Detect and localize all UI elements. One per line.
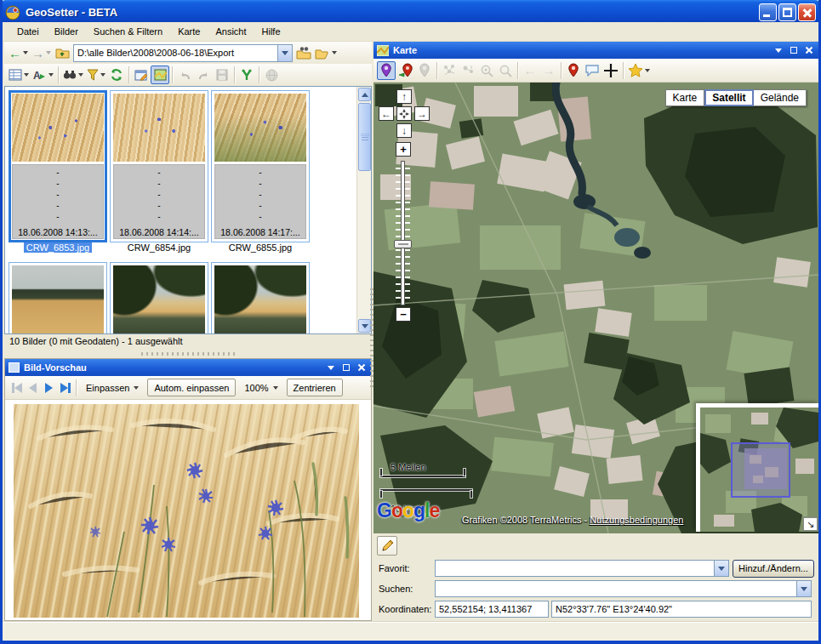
scroll-down-button[interactable]: [358, 319, 371, 333]
menu-datei[interactable]: Datei: [9, 24, 47, 39]
terms-link[interactable]: Nutzungsbedingungen: [590, 515, 683, 525]
zoom-dropdown[interactable]: 100%: [239, 379, 282, 396]
forward-button[interactable]: →: [30, 43, 53, 62]
folder-up-button[interactable]: [53, 43, 71, 62]
crosshair-button[interactable]: [601, 61, 620, 80]
pan-center-button[interactable]: [396, 106, 412, 121]
thumbnail-cell-6[interactable]: [211, 262, 310, 334]
overview-viewport-rect[interactable]: [731, 442, 790, 498]
assign-position-button[interactable]: [396, 61, 415, 80]
map-type-satellit[interactable]: Satellit: [704, 89, 753, 106]
browse-folder-button[interactable]: [294, 43, 313, 62]
thumbnail-cell-1[interactable]: - - - - - 18.06.2008 14:13:...: [9, 90, 107, 242]
close-button[interactable]: [798, 3, 816, 21]
overview-map-inset[interactable]: ↘: [696, 403, 818, 532]
auto-fit-button[interactable]: Autom. einpassen: [147, 379, 236, 396]
favorit-combobox[interactable]: [435, 560, 729, 577]
menu-ansicht[interactable]: Ansicht: [208, 24, 254, 39]
thumbnail-cell-5[interactable]: [110, 262, 208, 334]
show-position-button[interactable]: [377, 61, 396, 80]
next-position-button[interactable]: →: [539, 61, 558, 80]
horizontal-splitter[interactable]: [4, 350, 372, 358]
thumbnail-filename-3[interactable]: CRW_6855.jpg: [211, 242, 310, 254]
previous-position-button[interactable]: ←: [521, 61, 539, 80]
zoom-to-selection-button[interactable]: [496, 61, 515, 80]
preview-maximize-button[interactable]: [339, 362, 352, 373]
export-button[interactable]: A: [31, 66, 55, 84]
thumbnail-filename-2[interactable]: CRW_6854.jpg: [110, 242, 208, 254]
preview-menu-button[interactable]: [324, 362, 337, 373]
zoom-in-button[interactable]: +: [396, 142, 411, 157]
minimize-button[interactable]: [759, 3, 777, 21]
fit-dropdown[interactable]: Einpassen: [81, 379, 144, 396]
coordinates-dms-field[interactable]: N52°33'7.76" E13°24'40.92": [551, 601, 812, 618]
search-button[interactable]: [61, 66, 85, 84]
image-browser[interactable]: - - - - - 18.06.2008 14:13:... - - - - -…: [4, 86, 372, 334]
center-button[interactable]: Zentrieren: [287, 379, 343, 396]
menu-bilder[interactable]: Bilder: [47, 24, 86, 39]
google-earth-button[interactable]: [262, 66, 281, 84]
redo-button[interactable]: [194, 66, 213, 84]
pan-up-button[interactable]: ↑: [396, 89, 412, 104]
inset-collapse-button[interactable]: ↘: [803, 517, 818, 531]
view-mode-button[interactable]: [7, 66, 31, 84]
zoom-slider-handle[interactable]: [394, 240, 412, 248]
assign-selected-images-button[interactable]: [459, 61, 477, 80]
favorit-dropdown-button[interactable]: [714, 561, 728, 576]
tracks-button[interactable]: [237, 66, 256, 84]
map-menu-button[interactable]: [772, 44, 784, 56]
thumbnail-filename-1[interactable]: CRW_6853.jpg: [9, 242, 107, 254]
coordinates-decimal-field[interactable]: 52,552154; 13,411367: [435, 601, 549, 618]
first-image-button[interactable]: [9, 379, 25, 396]
map-type-karte[interactable]: Karte: [665, 89, 705, 106]
remove-position-button[interactable]: [415, 61, 434, 80]
favorites-button[interactable]: [626, 61, 652, 80]
preview-close-button[interactable]: [355, 362, 368, 373]
suchen-dropdown-button[interactable]: [796, 581, 811, 596]
menu-suchen-filtern[interactable]: Suchen & Filtern: [86, 24, 170, 39]
map-type-gelaende[interactable]: Gelände: [754, 89, 807, 106]
last-image-button[interactable]: [57, 379, 73, 396]
maximize-button[interactable]: [778, 3, 796, 21]
preview-panel-header[interactable]: Bild-Vorschau: [5, 359, 371, 376]
assign-all-images-button[interactable]: [440, 61, 459, 80]
edit-favorite-button[interactable]: [377, 536, 397, 556]
undo-button[interactable]: [175, 66, 194, 84]
previous-image-button[interactable]: [25, 379, 41, 396]
refresh-button[interactable]: [107, 66, 126, 84]
scroll-up-button[interactable]: [358, 88, 371, 101]
map-close-button[interactable]: [802, 44, 815, 56]
save-button[interactable]: [213, 66, 231, 84]
titlebar[interactable]: GeoSetter - BETA: [0, 0, 821, 25]
comment-button[interactable]: [583, 61, 601, 80]
map-panel-header[interactable]: Karte: [373, 42, 818, 59]
map-canvas[interactable]: ↑ ← → ↓ + −: [373, 83, 818, 533]
pan-down-button[interactable]: ↓: [396, 123, 412, 138]
map-maximize-button[interactable]: [787, 44, 800, 56]
thumbnail-cell-4[interactable]: [9, 262, 107, 334]
suchen-combobox[interactable]: [435, 580, 812, 597]
menu-hilfe[interactable]: Hilfe: [254, 24, 288, 39]
path-combobox[interactable]: D:\alle Bilder\2008\2008-06-18\Export: [73, 44, 293, 62]
path-dropdown-button[interactable]: [277, 45, 292, 61]
preview-image[interactable]: [14, 404, 359, 618]
thumbnail-cell-2[interactable]: - - - - - 18.06.2008 14:14:...: [110, 90, 208, 242]
pan-right-button[interactable]: →: [414, 106, 430, 121]
menu-karte[interactable]: Karte: [170, 24, 208, 39]
pan-left-button[interactable]: ←: [379, 106, 394, 121]
toggle-map-button[interactable]: [151, 66, 169, 84]
zoom-to-markers-button[interactable]: [477, 61, 496, 80]
favorit-add-button[interactable]: Hinzuf./Ändern...: [733, 560, 814, 578]
edit-data-button[interactable]: [132, 66, 151, 84]
zoom-slider-track[interactable]: [401, 161, 405, 305]
recent-folders-button[interactable]: [313, 43, 339, 62]
google-logo[interactable]: Google: [377, 499, 439, 522]
thumbnail-cell-3[interactable]: - - - - - 18.06.2008 14:17:...: [211, 90, 310, 242]
set-marker-button[interactable]: [564, 61, 583, 80]
back-button[interactable]: ←: [7, 43, 30, 62]
filter-button[interactable]: [85, 66, 107, 84]
zoom-out-button[interactable]: −: [396, 307, 411, 322]
next-image-button[interactable]: [41, 379, 57, 396]
browser-scrollbar[interactable]: [356, 87, 371, 333]
scrollbar-thumb[interactable]: [358, 103, 371, 171]
